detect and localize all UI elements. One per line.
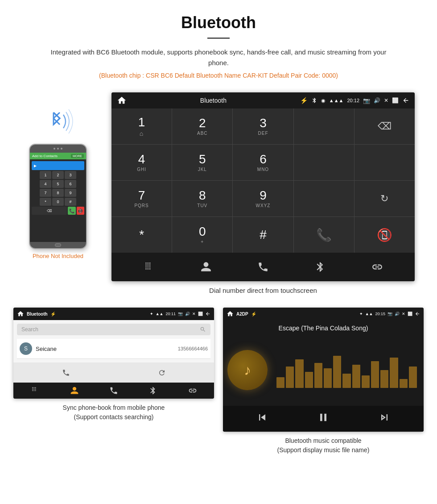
dial-key-1[interactable]: 1 ⌂ bbox=[111, 108, 172, 144]
contact-name: Seicane bbox=[36, 346, 178, 352]
music-note-icon: ♪ bbox=[244, 362, 251, 379]
nav-link-icon[interactable] bbox=[368, 258, 386, 276]
dial-key-0[interactable]: 0 + bbox=[172, 217, 232, 253]
dial-key-8[interactable]: 8 TUV bbox=[172, 181, 232, 217]
phonebook-search-placeholder: Search bbox=[21, 326, 38, 333]
pb-call-icon[interactable] bbox=[62, 369, 70, 377]
dial-key-3[interactable]: 3 DEF bbox=[233, 108, 293, 144]
music-home-icon[interactable] bbox=[227, 310, 234, 317]
pb-window-icon[interactable]: ⬜ bbox=[198, 312, 203, 316]
pb-back-icon[interactable] bbox=[205, 311, 210, 317]
car-nav-bar bbox=[111, 253, 415, 281]
nav-bluetooth-icon[interactable] bbox=[311, 258, 329, 276]
title-divider bbox=[207, 37, 230, 39]
phonebook-search-bar[interactable]: Search bbox=[17, 324, 210, 335]
music-time: 20:15 bbox=[375, 312, 385, 316]
phonebook-status-right: ✦ ▲▲ 20:11 📷 🔊 ✕ ⬜ bbox=[150, 311, 210, 317]
music-close-icon[interactable]: ✕ bbox=[402, 312, 405, 316]
dial-key-call[interactable]: 📞 bbox=[294, 217, 354, 253]
dial-key-empty-1 bbox=[294, 108, 354, 144]
status-bar: Bluetooth ⚡ ◉ ▲▲▲ 20:12 📷 bbox=[111, 92, 415, 108]
dial-key-6[interactable]: 6 MNO bbox=[233, 145, 293, 180]
pb-volume-icon: 🔊 bbox=[185, 312, 190, 316]
music-artwork-area: ♪ bbox=[223, 334, 424, 406]
pb-nav-contacts-icon[interactable] bbox=[70, 386, 79, 395]
phonebook-screen-title: Bluetooth bbox=[27, 312, 48, 317]
dial-key-backspace[interactable]: ⌫ bbox=[355, 108, 415, 144]
dial-key-2[interactable]: 2 ABC bbox=[172, 108, 232, 144]
music-camera-icon: 📷 bbox=[388, 312, 392, 316]
music-prev-button[interactable] bbox=[256, 411, 268, 426]
close-icon[interactable]: ✕ bbox=[384, 97, 388, 104]
pb-usb-icon: ⚡ bbox=[50, 312, 56, 317]
bluetooth-status-icon bbox=[311, 97, 317, 104]
eq-bar-10 bbox=[362, 375, 370, 388]
dial-key-star[interactable]: * bbox=[111, 217, 172, 253]
phone-mockup: Add to Contacts MORE ▶ 1 2 3 4 5 bbox=[29, 144, 87, 249]
pb-nav-dialpad-icon[interactable] bbox=[30, 386, 39, 395]
dial-key-9[interactable]: 9 WXYZ bbox=[233, 181, 293, 217]
music-equalizer bbox=[274, 350, 419, 390]
music-status-left: A2DP ⚡ bbox=[227, 310, 256, 317]
dial-key-empty-2 bbox=[294, 145, 354, 180]
eq-bar-12 bbox=[380, 370, 388, 388]
nav-phone-icon[interactable] bbox=[254, 258, 272, 276]
pb-nav-bluetooth-icon[interactable] bbox=[148, 386, 157, 395]
bt-signal-icon bbox=[40, 106, 76, 137]
dial-key-hash[interactable]: # bbox=[233, 217, 293, 253]
dial-key-empty-3 bbox=[355, 145, 415, 180]
eq-bar-6 bbox=[324, 368, 332, 388]
music-status-right: ✦ ▲▲ 20:15 📷 🔊 ✕ ⬜ bbox=[359, 311, 420, 317]
search-icon[interactable] bbox=[200, 326, 206, 333]
back-icon[interactable] bbox=[402, 97, 409, 104]
dial-key-7[interactable]: 7 PQRS bbox=[111, 181, 172, 217]
music-window-icon[interactable]: ⬜ bbox=[408, 312, 412, 316]
phonebook-screen: Bluetooth ⚡ ✦ ▲▲ 20:11 📷 🔊 ✕ ⬜ bbox=[13, 308, 214, 399]
pb-refresh-icon[interactable] bbox=[158, 369, 166, 377]
page-title: Bluetooth bbox=[18, 13, 419, 32]
status-bar-right: ⚡ ◉ ▲▲▲ 20:12 📷 🔊 ✕ bbox=[300, 97, 409, 104]
music-signal-icon: ▲▲ bbox=[365, 312, 373, 316]
pb-nav-phone-icon[interactable] bbox=[109, 386, 118, 395]
pb-bt-icon: ✦ bbox=[150, 312, 153, 316]
eq-bar-13 bbox=[390, 358, 398, 388]
dial-key-4[interactable]: 4 GHI bbox=[111, 145, 172, 180]
eq-bar-7 bbox=[333, 356, 341, 388]
page-description: Integrated with BC6 Bluetooth module, su… bbox=[49, 47, 388, 68]
music-bt-icon: ✦ bbox=[359, 312, 363, 316]
phonebook-status-bar: Bluetooth ⚡ ✦ ▲▲ 20:11 📷 🔊 ✕ ⬜ bbox=[13, 308, 214, 320]
phonebook-caption: Sync phone-book from mobile phone(Suppor… bbox=[63, 403, 165, 422]
camera-icon: 📷 bbox=[363, 97, 370, 104]
dial-key-refresh[interactable]: ↻ bbox=[355, 181, 415, 217]
music-caption: Bluetooth music compatible(Support displ… bbox=[277, 436, 370, 455]
contact-row[interactable]: S Seicane 13566664466 bbox=[17, 339, 210, 359]
car-dial-screen: Bluetooth ⚡ ◉ ▲▲▲ 20:12 📷 bbox=[111, 92, 415, 281]
nav-dialpad-icon[interactable] bbox=[140, 258, 158, 276]
music-track-title: Escape (The Pina Colada Song) bbox=[223, 320, 424, 334]
dial-key-end[interactable]: 📵 bbox=[355, 217, 415, 253]
time-display: 20:12 bbox=[347, 98, 359, 103]
nav-contacts-icon[interactable] bbox=[197, 258, 215, 276]
phone-container: Add to Contacts MORE ▶ 1 2 3 4 5 bbox=[13, 92, 103, 259]
phonebook-side-icons bbox=[13, 362, 214, 383]
pb-home-icon[interactable] bbox=[17, 310, 24, 317]
status-bar-title: Bluetooth bbox=[200, 97, 227, 104]
dial-key-5[interactable]: 5 JKL bbox=[172, 145, 232, 180]
usb-icon: ⚡ bbox=[300, 97, 308, 104]
music-back-icon[interactable] bbox=[415, 311, 420, 317]
phone-not-included-label: Phone Not Included bbox=[33, 253, 83, 259]
pb-time: 20:11 bbox=[165, 312, 176, 316]
music-play-button[interactable] bbox=[317, 411, 330, 426]
pb-camera-icon: 📷 bbox=[178, 312, 183, 316]
pb-nav-link-icon[interactable] bbox=[188, 386, 197, 395]
eq-bar-2 bbox=[286, 367, 294, 388]
eq-bar-14 bbox=[400, 379, 408, 388]
music-next-button[interactable] bbox=[378, 411, 391, 426]
window-icon[interactable]: ⬜ bbox=[392, 97, 399, 104]
dial-key-empty-4 bbox=[294, 181, 354, 217]
pb-close-icon[interactable]: ✕ bbox=[192, 312, 196, 316]
home-icon[interactable] bbox=[117, 96, 127, 105]
bluetooth-specs: (Bluetooth chip : CSR BC6 Default Blueto… bbox=[18, 72, 419, 79]
music-screen-wrapper: A2DP ⚡ ✦ ▲▲ 20:15 📷 🔊 ✕ ⬜ Escape bbox=[223, 308, 424, 432]
music-disc: ♪ bbox=[227, 350, 268, 390]
